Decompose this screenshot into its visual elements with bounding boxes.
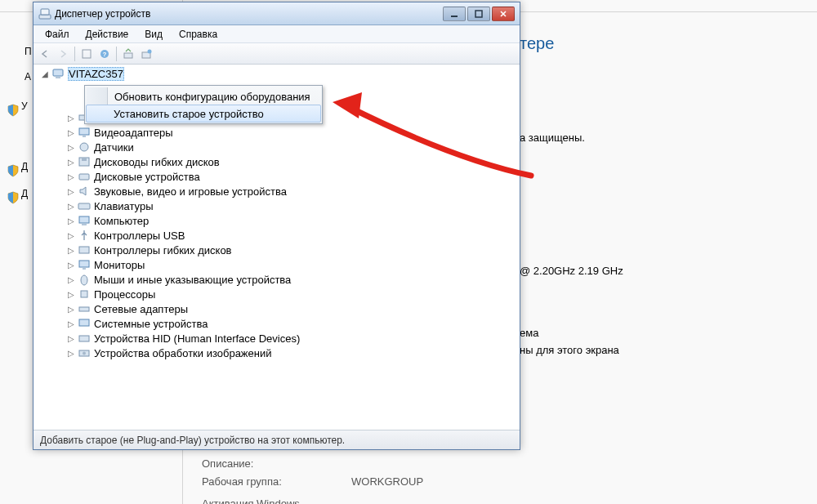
expand-toggle-icon[interactable]: ▷ — [66, 128, 76, 137]
toolbar-scan-button[interactable] — [120, 46, 136, 62]
expand-toggle-icon[interactable]: ▷ — [66, 261, 76, 270]
expand-toggle-icon[interactable]: ▷ — [66, 305, 76, 314]
tree-item[interactable]: ▷Датчики — [33, 140, 520, 154]
svg-rect-10 — [53, 69, 63, 76]
svg-point-9 — [148, 49, 152, 53]
expand-toggle-icon[interactable]: ▷ — [66, 231, 76, 240]
tree-item[interactable]: ▷Сетевые адаптеры — [33, 301, 520, 316]
expand-toggle-icon[interactable]: ▷ — [66, 290, 76, 299]
menu-view[interactable]: Вид — [136, 27, 171, 42]
tree-item-label: Процессоры — [94, 288, 155, 301]
tree-item-label: Контроллеры гибких дисков — [94, 244, 232, 256]
bg-tema-fragment: eма — [520, 327, 538, 339]
tree-item[interactable]: ▷Компьютер — [33, 213, 520, 228]
toolbar-properties-button[interactable] — [78, 46, 95, 62]
toolbar-back-button[interactable] — [37, 46, 53, 62]
close-button[interactable] — [492, 7, 515, 21]
statusbar: Добавить старое (не Plug-and-Play) устро… — [33, 430, 520, 449]
expand-toggle-icon[interactable]: ▷ — [66, 334, 76, 343]
expand-toggle-icon[interactable]: ◢ — [40, 69, 50, 78]
device-manager-window: Диспетчер устройств Файл Действие Вид Сп… — [33, 2, 520, 450]
monitor-icon — [78, 258, 91, 271]
tree-item[interactable]: ▷Видеоадаптеры — [33, 125, 520, 140]
bg-heading-fragment: тере — [520, 34, 554, 53]
tree-item-label: Компьютер — [94, 215, 149, 227]
shield-icon — [7, 104, 20, 117]
tree-root-label: VITAZC357 — [68, 67, 124, 81]
tree-item[interactable]: ▷Мониторы — [33, 257, 520, 272]
expand-toggle-icon[interactable]: ▷ — [66, 216, 76, 225]
context-menu: Обновить конфигурацию оборудования Устан… — [84, 85, 323, 124]
svg-rect-27 — [83, 268, 86, 270]
minimize-button[interactable] — [443, 7, 466, 21]
expand-toggle-icon[interactable]: ▷ — [66, 143, 76, 152]
svg-rect-20 — [82, 158, 87, 161]
expand-toggle-icon[interactable]: ▷ — [66, 319, 76, 328]
bg-value-workgroup: WORKGROUP — [351, 475, 423, 488]
svg-rect-30 — [79, 307, 89, 311]
bg-label-description: Описание: — [202, 457, 253, 470]
svg-rect-3 — [475, 11, 482, 17]
shield-icon — [7, 164, 20, 177]
toolbar-legacy-button[interactable] — [138, 46, 154, 62]
bg-letter-0: П — [25, 46, 32, 57]
computer-icon — [78, 214, 91, 227]
menubar: Файл Действие Вид Справка — [33, 25, 520, 43]
window-title: Диспетчер устройств — [55, 8, 443, 20]
tree-root[interactable]: ◢ VITAZC357 — [33, 66, 520, 81]
usb-icon — [78, 229, 91, 242]
tree-item-label: Мониторы — [94, 259, 145, 271]
menu-file[interactable]: Файл — [37, 27, 78, 42]
bg-screen-text: ны для этого экрана — [520, 344, 619, 356]
shield-icon — [7, 191, 20, 204]
expand-toggle-icon[interactable]: ▷ — [66, 275, 76, 284]
menu-help[interactable]: Справка — [171, 27, 225, 42]
toolbar: ? — [33, 43, 520, 65]
system-device-icon — [78, 317, 91, 330]
tree-item-label: Звуковые, видео и игровые устройства — [94, 185, 287, 198]
toolbar-help-button[interactable]: ? — [96, 46, 113, 62]
tree-item[interactable]: ▷Контроллеры гибких дисков — [33, 243, 520, 257]
expand-toggle-icon[interactable]: ▷ — [66, 246, 76, 255]
expand-toggle-icon[interactable]: ▷ — [66, 349, 76, 358]
svg-point-18 — [80, 143, 88, 151]
tree-item[interactable]: ▷Устройства HID (Human Interface Devices… — [33, 331, 520, 346]
computer-icon — [51, 67, 65, 80]
expand-toggle-icon[interactable]: ▷ — [66, 202, 76, 211]
bg-letter-4: Д — [21, 188, 28, 199]
tree-item[interactable]: ▷Мыши и иные указывающие устройства — [33, 272, 520, 287]
tree-item-label: Устройства HID (Human Interface Devices) — [94, 332, 300, 345]
device-manager-icon — [38, 7, 51, 20]
expand-toggle-icon[interactable]: ▷ — [66, 172, 76, 181]
ctx-item-label: Обновить конфигурацию оборудования — [114, 91, 310, 103]
expand-toggle-icon[interactable]: ▷ — [66, 114, 76, 123]
tree-item[interactable]: ▷Процессоры — [33, 287, 520, 301]
network-adapter-icon — [78, 302, 91, 315]
expand-toggle-icon[interactable]: ▷ — [66, 158, 76, 167]
toolbar-forward-button[interactable] — [55, 46, 71, 62]
tree-item-label: Клавиатуры — [94, 200, 154, 212]
tree-item-label: Дисковые устройства — [94, 171, 200, 183]
tree-item-label: Контроллеры USB — [94, 230, 185, 242]
svg-rect-1 — [41, 9, 49, 15]
bg-letter-1: А — [25, 71, 31, 83]
tree-item[interactable]: ▷Дисководы гибких дисков — [33, 154, 520, 169]
ctx-scan-hardware[interactable]: Обновить конфигурацию оборудования — [87, 87, 320, 105]
sound-icon — [78, 185, 91, 198]
svg-point-34 — [83, 352, 86, 355]
ctx-add-legacy-hardware[interactable]: Установить старое устройство — [86, 105, 321, 123]
svg-rect-25 — [79, 247, 89, 253]
bg-letter-2: У — [21, 100, 28, 112]
tree-item[interactable]: ▷Звуковые, видео и игровые устройства — [33, 184, 520, 198]
expand-toggle-icon[interactable]: ▷ — [66, 187, 76, 196]
titlebar[interactable]: Диспетчер устройств — [33, 2, 520, 25]
menu-action[interactable]: Действие — [78, 27, 137, 42]
status-text: Добавить старое (не Plug-and-Play) устро… — [40, 435, 345, 446]
tree-item[interactable]: ▷Дисковые устройства — [33, 169, 520, 184]
tree-item[interactable]: ▷Системные устройства — [33, 316, 520, 331]
tree-item[interactable]: ▷Устройства обработки изображений — [33, 346, 520, 360]
svg-rect-24 — [82, 224, 87, 225]
maximize-button[interactable] — [467, 7, 490, 21]
tree-item[interactable]: ▷Контроллеры USB — [33, 228, 520, 243]
tree-item[interactable]: ▷Клавиатуры — [33, 198, 520, 213]
